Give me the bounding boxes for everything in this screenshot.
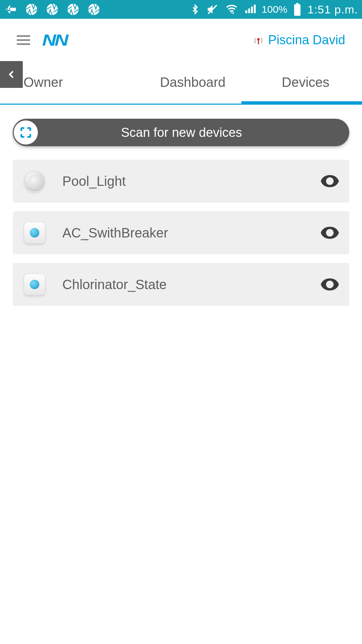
bluetooth-icon [190, 3, 200, 16]
visibility-icon[interactable] [320, 223, 339, 242]
svg-point-2 [47, 4, 58, 15]
pool-selector[interactable]: Piscina David [253, 33, 345, 47]
clock-time: 1:51 p.m. [307, 3, 358, 16]
notification-plus-icon [4, 3, 17, 16]
svg-point-10 [328, 282, 332, 286]
aperture-icon [87, 3, 101, 16]
svg-point-8 [328, 179, 332, 183]
device-row[interactable]: Chlorinator_State [13, 263, 349, 306]
tabs-bar: Owner Dashboard Devices [0, 61, 362, 105]
pool-name-label: Piscina David [268, 33, 345, 47]
tab-label: Owner [23, 75, 63, 90]
visibility-icon[interactable] [320, 275, 339, 294]
device-name-label: AC_SwithBreaker [62, 225, 320, 240]
scan-button-label: Scan for new devices [38, 125, 349, 140]
svg-rect-5 [294, 4, 301, 16]
status-right: 100% 1:51 p.m. [190, 3, 358, 16]
tab-devices[interactable]: Devices [249, 61, 362, 104]
device-name-label: Pool_Light [62, 174, 320, 189]
tab-label: Devices [282, 75, 329, 90]
switch-device-icon [23, 221, 46, 245]
device-row[interactable]: AC_SwithBreaker [13, 211, 349, 254]
content-area: Scan for new devices Pool_Light AC_Swith… [0, 105, 362, 320]
svg-point-7 [257, 38, 260, 41]
app-header: NN Piscina David [0, 19, 362, 61]
aperture-icon [25, 3, 38, 16]
status-bar: 100% 1:51 p.m. [0, 0, 362, 19]
wifi-icon [225, 3, 238, 16]
svg-point-9 [328, 231, 332, 235]
battery-icon [293, 3, 301, 16]
battery-percent: 100% [262, 4, 288, 15]
svg-point-1 [26, 4, 37, 15]
app-logo: NN [42, 31, 67, 49]
antenna-icon [253, 35, 263, 45]
tab-label: Dashboard [160, 75, 226, 90]
scan-icon [14, 120, 38, 145]
scan-button[interactable]: Scan for new devices [13, 119, 349, 146]
status-left [4, 3, 101, 16]
svg-point-3 [67, 4, 78, 15]
switch-device-icon [23, 273, 46, 296]
svg-rect-6 [296, 3, 299, 4]
tab-dashboard[interactable]: Dashboard [136, 61, 249, 104]
active-tab-indicator [241, 101, 362, 105]
mute-icon [206, 3, 219, 16]
pool-light-icon [23, 169, 46, 193]
aperture-icon [46, 3, 59, 16]
svg-point-4 [88, 4, 99, 15]
menu-button[interactable] [17, 35, 30, 45]
device-list: Pool_Light AC_SwithBreaker Chlorinator_S… [13, 160, 349, 306]
device-name-label: Chlorinator_State [62, 277, 320, 292]
tab-owner[interactable]: Owner [0, 61, 136, 104]
device-row[interactable]: Pool_Light [13, 160, 349, 203]
signal-icon [244, 4, 256, 15]
visibility-icon[interactable] [320, 172, 339, 191]
aperture-icon [66, 3, 80, 16]
